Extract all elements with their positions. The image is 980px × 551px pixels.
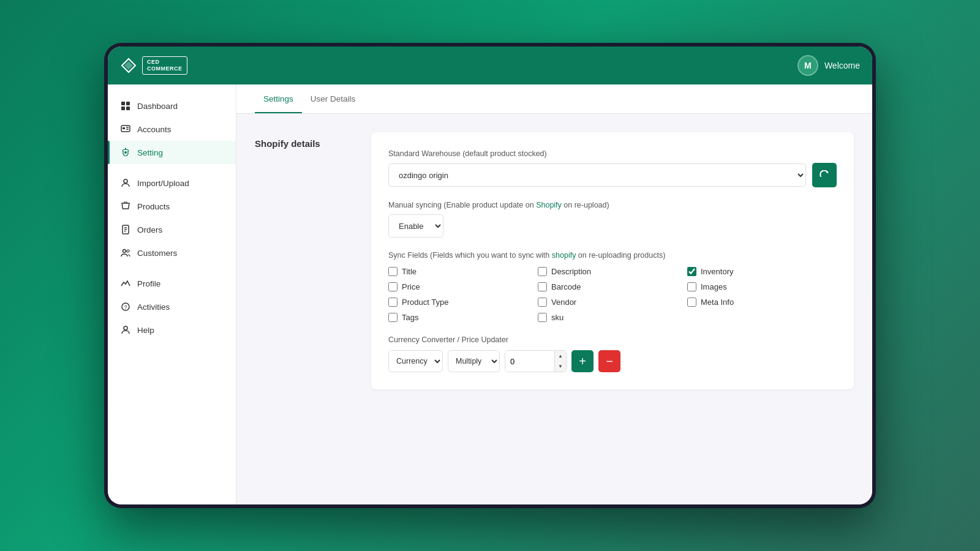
checkbox-meta-info[interactable]: Meta Info xyxy=(687,298,837,307)
manual-sync-select[interactable]: Enable Disable xyxy=(388,214,443,238)
checkbox-price[interactable]: Price xyxy=(388,282,538,291)
checkbox-inventory-input[interactable] xyxy=(687,267,696,276)
sidebar-item-accounts[interactable]: Accounts xyxy=(108,118,236,141)
sync-fields-section: Sync Fields (Fields which you want to sy… xyxy=(388,251,837,322)
checkbox-product-type[interactable]: Product Type xyxy=(388,298,538,307)
sidebar-item-help[interactable]: Help xyxy=(108,318,236,342)
manual-sync-label: Manual syncing (Enable product update on… xyxy=(388,201,837,209)
checkbox-product-type-label: Product Type xyxy=(402,298,448,307)
sidebar-item-orders[interactable]: Orders xyxy=(108,218,236,241)
sidebar: Dashboard Accounts Setting xyxy=(108,84,236,504)
orders-icon xyxy=(120,224,131,235)
activities-icon: ? xyxy=(120,301,131,312)
warehouse-label: Standard Warehouse (default product stoc… xyxy=(388,149,837,158)
sidebar-item-activities[interactable]: ? Activities xyxy=(108,295,236,318)
checkboxes-grid: Title Description Inventory xyxy=(388,267,837,322)
checkbox-sku[interactable]: sku xyxy=(538,313,687,322)
checkbox-images[interactable]: Images xyxy=(687,282,837,291)
svg-point-15 xyxy=(123,250,126,253)
checkbox-price-input[interactable] xyxy=(388,282,398,291)
svg-point-16 xyxy=(127,250,129,252)
sidebar-label-activities: Activities xyxy=(137,302,170,312)
checkbox-title[interactable]: Title xyxy=(388,267,538,276)
sidebar-label-accounts: Accounts xyxy=(137,125,172,134)
sidebar-item-profile[interactable]: Profile xyxy=(108,272,236,295)
svg-rect-7 xyxy=(123,127,125,129)
checkbox-sku-input[interactable] xyxy=(538,313,547,322)
checkbox-vendor-label: Vendor xyxy=(551,298,576,307)
sidebar-label-orders: Orders xyxy=(137,225,162,234)
content-area: Settings User Details Shopify details St… xyxy=(236,84,872,504)
checkbox-description-input[interactable] xyxy=(538,267,547,276)
user-area: M Welcome xyxy=(797,55,860,76)
checkbox-title-label: Title xyxy=(402,267,417,276)
sidebar-label-profile: Profile xyxy=(137,279,160,288)
checkbox-images-input[interactable] xyxy=(687,282,696,291)
welcome-text: Welcome xyxy=(824,61,860,70)
checkbox-barcode[interactable]: Barcode xyxy=(538,282,687,291)
checkbox-tags[interactable]: Tags xyxy=(388,313,538,322)
setting-icon xyxy=(120,147,131,158)
top-bar: CED COMMERCE M Welcome xyxy=(108,47,872,84)
remove-currency-button[interactable]: − xyxy=(598,350,620,372)
page-content: Shopify details Standard Warehouse (defa… xyxy=(236,114,872,408)
sidebar-label-help: Help xyxy=(137,326,154,335)
logo-line1: CED xyxy=(147,59,183,66)
checkbox-product-type-input[interactable] xyxy=(388,298,398,307)
svg-rect-2 xyxy=(121,102,125,105)
currency-row: Currency USD EUR GBP AUD Multiply Divide xyxy=(388,350,837,372)
currency-section: Currency Converter / Price Updater Curre… xyxy=(388,335,837,372)
checkbox-inventory[interactable]: Inventory xyxy=(687,267,837,276)
logo-area: CED COMMERCE xyxy=(120,56,187,75)
svg-rect-4 xyxy=(121,107,125,110)
checkbox-description[interactable]: Description xyxy=(538,267,687,276)
checkbox-tags-input[interactable] xyxy=(388,313,398,322)
logo-text-box: CED COMMERCE xyxy=(142,56,187,75)
sidebar-label-dashboard: Dashboard xyxy=(137,102,178,111)
stepper-down-button[interactable]: ▼ xyxy=(555,361,566,372)
tab-settings[interactable]: Settings xyxy=(255,84,302,113)
sidebar-item-products[interactable]: Products xyxy=(108,195,236,218)
checkbox-meta-info-label: Meta Info xyxy=(701,298,734,307)
svg-point-10 xyxy=(124,179,127,183)
settings-card: Standard Warehouse (default product stoc… xyxy=(371,132,854,389)
refresh-button[interactable] xyxy=(812,163,837,187)
stepper-up-button[interactable]: ▲ xyxy=(555,351,566,361)
checkbox-images-label: Images xyxy=(701,282,727,291)
checkbox-vendor-input[interactable] xyxy=(538,298,547,307)
tab-user-details[interactable]: User Details xyxy=(302,84,364,113)
svg-text:?: ? xyxy=(124,304,127,310)
logo-diamond-icon xyxy=(120,57,137,74)
sidebar-label-products: Products xyxy=(137,202,170,211)
checkbox-inventory-label: Inventory xyxy=(701,267,733,276)
shopify-link2: shopify xyxy=(552,251,576,260)
warehouse-select[interactable]: ozdingo origin xyxy=(388,163,806,187)
warehouse-row: ozdingo origin xyxy=(388,163,837,187)
page-title: Shopify details xyxy=(255,138,353,389)
accounts-icon xyxy=(120,124,131,135)
sidebar-label-customers: Customers xyxy=(137,249,177,258)
svg-rect-5 xyxy=(126,107,130,110)
svg-point-19 xyxy=(124,326,127,330)
sidebar-label-import: Import/Upload xyxy=(137,179,189,188)
currency-number-input[interactable] xyxy=(505,351,554,372)
main-layout: Dashboard Accounts Setting xyxy=(108,84,872,504)
add-currency-button[interactable]: + xyxy=(571,350,594,372)
sidebar-item-import[interactable]: Import/Upload xyxy=(108,171,236,195)
checkbox-title-input[interactable] xyxy=(388,267,398,276)
sidebar-item-customers[interactable]: Customers xyxy=(108,241,236,264)
products-icon xyxy=(120,201,131,212)
checkbox-meta-info-input[interactable] xyxy=(687,298,696,307)
manual-sync-group: Manual syncing (Enable product update on… xyxy=(388,201,837,238)
checkbox-barcode-label: Barcode xyxy=(551,282,581,291)
currency-label: Currency Converter / Price Updater xyxy=(388,335,837,344)
sidebar-item-setting[interactable]: Setting xyxy=(108,141,236,164)
logo-line2: COMMERCE xyxy=(147,66,183,72)
checkbox-sku-label: sku xyxy=(551,313,564,322)
sidebar-item-dashboard[interactable]: Dashboard xyxy=(108,94,236,118)
checkbox-vendor[interactable]: Vendor xyxy=(538,298,687,307)
currency-type-select[interactable]: Currency USD EUR GBP AUD xyxy=(388,350,443,372)
checkbox-barcode-input[interactable] xyxy=(538,282,547,291)
currency-number-wrap: ▲ ▼ xyxy=(505,350,567,372)
currency-operation-select[interactable]: Multiply Divide Add Subtract xyxy=(448,350,500,372)
